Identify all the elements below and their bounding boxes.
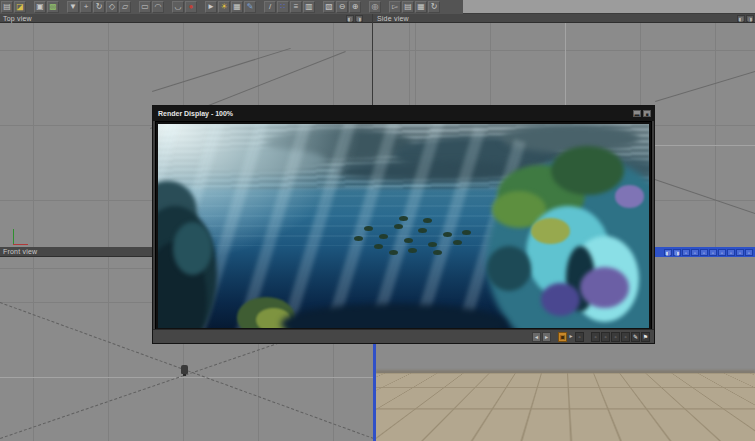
zoom-out-icon[interactable]: ⊖	[336, 1, 348, 13]
viewport-control-4[interactable]: ▫	[709, 249, 717, 256]
viewport-expand-icon[interactable]: ◨	[355, 15, 363, 22]
display-option-button-4[interactable]: ▫	[611, 332, 620, 342]
image-viewer-icon[interactable]: ▤	[402, 1, 414, 13]
file-icon[interactable]: ▤	[1, 1, 13, 13]
stretch-icon[interactable]: ▱	[119, 1, 131, 13]
camera-frustum-line	[655, 71, 755, 102]
viewport-expand-icon[interactable]: ◨	[673, 249, 681, 256]
application-window: ▤◪▣▩▼+↻◇▱▭◠◡●►☀▦✎/∷≡▥▧⊖⊕◎▻▤▦↻ Top view ◧…	[0, 0, 755, 441]
zoom-reset-icon[interactable]: ◎	[369, 1, 381, 13]
squash-icon[interactable]: ▭	[139, 1, 151, 13]
display-option-button-1[interactable]: ▫	[575, 332, 584, 342]
minimize-icon[interactable]: ▬	[633, 110, 641, 117]
side-view-label: Side view	[377, 14, 409, 23]
light-object-icon[interactable]	[181, 365, 188, 374]
grid-icon[interactable]: ▧	[323, 1, 335, 13]
render-window-footer-toolbar: ◂▸▣▸▫▫▫▫▫✎⚑	[153, 329, 654, 343]
size-icon[interactable]: ◇	[106, 1, 118, 13]
close-icon[interactable]: ■	[643, 110, 651, 117]
viewport-pan-icon[interactable]: ◧	[737, 15, 745, 22]
save-image-button[interactable]: ⚑	[641, 332, 650, 342]
viewport-pan-icon[interactable]: ◧	[664, 249, 672, 256]
camera-frustum-line	[152, 48, 291, 92]
list-icon[interactable]: ≡	[290, 1, 302, 13]
edit-icon[interactable]: ✎	[244, 1, 256, 13]
layer-menu-arrow[interactable]: ▸	[568, 332, 574, 342]
movie-icon[interactable]: ▦	[415, 1, 427, 13]
viewport-control-2[interactable]: ▫	[691, 249, 699, 256]
prev-buffer-button[interactable]: ◂	[532, 332, 541, 342]
next-buffer-button[interactable]: ▸	[542, 332, 551, 342]
fish	[399, 216, 408, 221]
pointer-icon[interactable]: ▻	[389, 1, 401, 13]
render-display-window[interactable]: Render Display - 100% ▬■	[152, 105, 655, 344]
render-window-titlebar[interactable]: Render Display - 100% ▬■	[153, 106, 654, 121]
viewport-control-7[interactable]: ▫	[736, 249, 744, 256]
light-icon[interactable]: ☀	[218, 1, 230, 13]
main-toolbar-icon-strip: ▤◪▣▩▼+↻◇▱▭◠◡●►☀▦✎/∷≡▥▧⊖⊕◎▻▤▦↻	[0, 0, 463, 14]
front-view-axis-horizontal	[0, 377, 373, 378]
render-window-title: Render Display - 100%	[158, 110, 233, 117]
fish	[404, 238, 413, 243]
dots-icon[interactable]: ∷	[277, 1, 289, 13]
top-view-label: Top view	[3, 14, 32, 23]
render-image-frame	[155, 121, 652, 331]
y-axis-indicator	[13, 229, 14, 245]
rendered-underwater-image	[158, 124, 649, 328]
load-icon[interactable]: ◪	[14, 1, 26, 13]
fish	[394, 224, 403, 229]
viewport-control-3[interactable]: ▫	[700, 249, 708, 256]
redo-icon[interactable]: ◡	[172, 1, 184, 13]
viewport-control-5[interactable]: ▫	[718, 249, 726, 256]
bone-icon[interactable]: /	[264, 1, 276, 13]
sphere-icon[interactable]: ●	[185, 1, 197, 13]
light-object-base	[183, 374, 186, 376]
z-axis-line	[610, 373, 611, 441]
image-layer-button[interactable]: ▣	[558, 332, 567, 342]
top-view-controls: ◧◨	[345, 15, 363, 22]
camera-frustum-line	[655, 179, 755, 214]
camera-icon[interactable]: ▦	[231, 1, 243, 13]
side-view-controls: ◧◨	[736, 15, 754, 22]
fish	[443, 232, 452, 237]
render-window-controls: ▬■	[631, 110, 651, 117]
clone-icon[interactable]: ▩	[47, 1, 59, 13]
top-viewport-header-row: Top view ◧◨ Side view ◧◨	[0, 14, 755, 23]
zoom-in-icon[interactable]: ⊕	[349, 1, 361, 13]
main-toolbar: ▤◪▣▩▼+↻◇▱▭◠◡●►☀▦✎/∷≡▥▧⊖⊕◎▻▤▦↻	[0, 0, 755, 14]
undo-icon[interactable]: ◠	[152, 1, 164, 13]
viewport-control-8[interactable]: ▫	[745, 249, 753, 256]
x-axis-indicator	[13, 244, 28, 245]
front-view-label: Front view	[3, 247, 37, 257]
display-option-button-3[interactable]: ▫	[601, 332, 610, 342]
ground-plane-grid	[376, 373, 755, 441]
panel-icon[interactable]: ▥	[303, 1, 315, 13]
viewport-control-6[interactable]: ▫	[727, 249, 735, 256]
perspective-view-header-active[interactable]: ◧◨▫▫▫▫▫▫▫▫	[653, 247, 755, 257]
dropdown-icon[interactable]: ▼	[67, 1, 79, 13]
rotate-icon[interactable]: ↻	[93, 1, 105, 13]
play-icon[interactable]: ►	[205, 1, 217, 13]
annotate-button[interactable]: ✎	[631, 332, 640, 342]
save-icon[interactable]: ▣	[34, 1, 46, 13]
refresh-icon[interactable]: ↻	[428, 1, 440, 13]
fish	[423, 218, 432, 223]
display-option-button-5[interactable]: ▫	[621, 332, 630, 342]
viewport-expand-icon[interactable]: ◨	[746, 15, 754, 22]
viewport-control-1[interactable]: ▫	[682, 249, 690, 256]
move-icon[interactable]: +	[80, 1, 92, 13]
viewport-pan-icon[interactable]: ◧	[346, 15, 354, 22]
display-option-button-2[interactable]: ▫	[591, 332, 600, 342]
